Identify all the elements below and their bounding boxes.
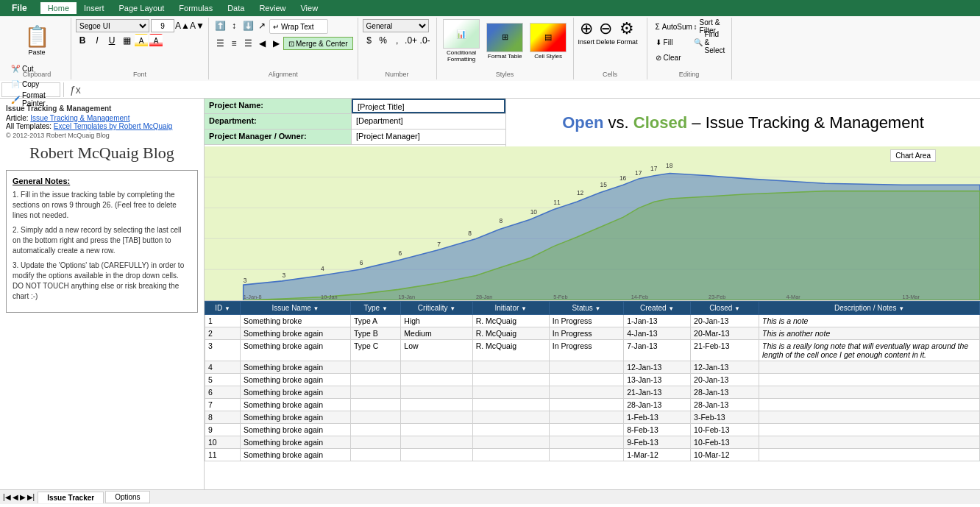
table-cell[interactable]: Type A (351, 315, 401, 327)
tab-view[interactable]: View (293, 2, 325, 14)
table-cell[interactable]: Something broke again (241, 340, 351, 361)
table-cell[interactable] (472, 436, 549, 449)
table-cell[interactable] (549, 374, 623, 386)
italic-button[interactable]: I (90, 34, 104, 47)
table-cell[interactable] (472, 374, 549, 386)
th-issue-name[interactable]: Issue Name ▼ (241, 302, 351, 315)
table-cell[interactable]: In Progress (549, 315, 623, 327)
table-cell[interactable]: Something broke again (241, 374, 351, 386)
table-cell[interactable] (401, 436, 472, 449)
table-cell[interactable]: 1-Feb-13 (624, 411, 691, 424)
tab-page-layout[interactable]: Page Layout (112, 2, 172, 14)
table-cell[interactable] (472, 386, 549, 399)
table-cell[interactable] (472, 424, 549, 436)
table-cell[interactable]: Type B (351, 327, 401, 340)
table-cell[interactable]: R. McQuaig (472, 315, 549, 327)
table-cell[interactable] (549, 411, 623, 424)
align-center-button[interactable]: ≡ (227, 37, 241, 50)
table-cell[interactable]: Medium (401, 327, 472, 340)
table-cell[interactable]: 12-Jan-13 (691, 361, 759, 374)
formula-input[interactable]: [Project Title] (84, 82, 979, 97)
table-cell[interactable]: 10-Feb-13 (691, 424, 759, 436)
th-closed[interactable]: Closed ▼ (691, 302, 759, 315)
table-cell[interactable] (351, 399, 401, 411)
font-color-button[interactable]: A (149, 34, 163, 47)
th-criticality[interactable]: Criticality ▼ (401, 302, 472, 315)
table-cell[interactable] (351, 449, 401, 461)
table-cell[interactable]: 1-Mar-12 (624, 449, 691, 461)
th-status[interactable]: Status ▼ (549, 302, 623, 315)
file-tab[interactable]: File (6, 1, 33, 15)
merge-center-button[interactable]: ⊡ Merge & Center (283, 37, 353, 50)
th-created[interactable]: Created ▼ (624, 302, 691, 315)
table-cell[interactable]: Something broke again (241, 386, 351, 399)
table-cell[interactable] (759, 361, 980, 374)
table-cell[interactable]: R. McQuaig (472, 327, 549, 340)
tab-data[interactable]: Data (220, 2, 252, 14)
format-painter-button[interactable]: 🖌️ Format Painter (7, 92, 66, 107)
table-cell[interactable] (759, 436, 980, 449)
autosum-button[interactable]: Σ AutoSum (652, 19, 689, 34)
align-left-button[interactable]: ☰ (213, 37, 227, 50)
table-cell[interactable]: This is a really long note that will eve… (759, 340, 980, 361)
table-cell[interactable] (401, 424, 472, 436)
increase-font-button[interactable]: A▲ (176, 19, 189, 32)
function-button[interactable]: ƒx (67, 84, 84, 96)
table-cell[interactable] (472, 449, 549, 461)
copy-button[interactable]: 📄 Copy (7, 77, 66, 91)
table-cell[interactable]: 6 (205, 386, 241, 399)
table-cell[interactable] (472, 411, 549, 424)
table-cell[interactable]: 1 (205, 315, 241, 327)
decrease-font-button[interactable]: A▼ (191, 19, 204, 32)
decrease-indent-button[interactable]: ◀ (255, 37, 269, 50)
table-cell[interactable]: 7-Jan-13 (624, 340, 691, 361)
bold-button[interactable]: B (76, 34, 89, 47)
table-cell[interactable] (549, 399, 623, 411)
th-id[interactable]: ID ▼ (205, 302, 241, 315)
border-button[interactable]: ▦ (120, 34, 133, 47)
table-cell[interactable]: Something broke again (241, 361, 351, 374)
table-cell[interactable]: 2 (205, 327, 241, 340)
table-cell[interactable] (351, 411, 401, 424)
table-cell[interactable]: Low (401, 340, 472, 361)
conditional-formatting-btn[interactable]: 📊 Conditional Formatting (441, 19, 482, 63)
table-cell[interactable] (549, 361, 623, 374)
table-cell[interactable]: 1-Jan-13 (624, 315, 691, 327)
sheet-tab-options[interactable]: Options (105, 491, 149, 503)
first-sheet-arrow[interactable]: |◀ (3, 493, 11, 501)
table-cell[interactable]: 7 (205, 399, 241, 411)
table-cell[interactable]: Something broke again (241, 449, 351, 461)
table-cell[interactable]: 28-Jan-13 (691, 399, 759, 411)
table-cell[interactable] (549, 386, 623, 399)
table-cell[interactable] (351, 424, 401, 436)
tab-insert[interactable]: Insert (77, 2, 112, 14)
cell-styles-btn[interactable]: ▤ Cell Styles (528, 23, 569, 60)
table-cell[interactable]: Something broke again (241, 424, 351, 436)
table-cell[interactable] (351, 386, 401, 399)
align-right-button[interactable]: ☰ (241, 37, 255, 50)
table-cell[interactable] (351, 374, 401, 386)
table-cell[interactable]: In Progress (549, 340, 623, 361)
table-cell[interactable]: 4 (205, 361, 241, 374)
department-value[interactable]: [Department] (352, 114, 505, 129)
fill-button[interactable]: ⬇ Fill (652, 35, 689, 49)
manager-value[interactable]: [Project Manager] (352, 130, 505, 144)
table-cell[interactable]: Something broke again (241, 436, 351, 449)
table-cell[interactable] (401, 449, 472, 461)
number-format-select[interactable]: General (363, 19, 429, 32)
next-sheet-arrow[interactable]: ▶ (20, 493, 26, 501)
underline-button[interactable]: U (105, 34, 118, 47)
table-cell[interactable]: Something broke (241, 315, 351, 327)
table-cell[interactable] (759, 449, 980, 461)
th-type[interactable]: Type ▼ (351, 302, 401, 315)
table-cell[interactable]: 28-Jan-13 (691, 386, 759, 399)
align-top-button[interactable]: ⬆️ (213, 19, 227, 32)
table-cell[interactable]: 8-Feb-13 (624, 424, 691, 436)
decrease-decimal-button[interactable]: .0- (419, 34, 432, 47)
table-cell[interactable] (549, 436, 623, 449)
article-link[interactable]: Issue Tracking & Management (30, 114, 129, 122)
table-cell[interactable]: This is another note (759, 327, 980, 340)
table-cell[interactable]: 11 (205, 449, 241, 461)
tab-formulas[interactable]: Formulas (171, 2, 220, 14)
table-cell[interactable] (401, 411, 472, 424)
